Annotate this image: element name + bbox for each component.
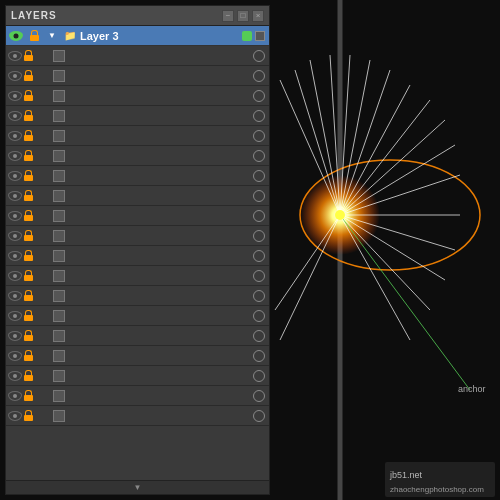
path-eye-icon[interactable] xyxy=(8,51,22,61)
path-row-icons xyxy=(8,390,68,402)
path-row[interactable] xyxy=(6,106,269,126)
path-checkbox[interactable] xyxy=(53,70,65,82)
path-eye-icon[interactable] xyxy=(8,351,22,361)
path-row[interactable] xyxy=(6,346,269,366)
path-eye-icon[interactable] xyxy=(8,171,22,181)
path-checkbox[interactable] xyxy=(53,90,65,102)
path-lock-icon xyxy=(24,130,34,142)
path-eye-icon[interactable] xyxy=(8,251,22,261)
path-checkbox[interactable] xyxy=(53,390,65,402)
path-row[interactable] xyxy=(6,286,269,306)
path-checkbox[interactable] xyxy=(53,210,65,222)
path-row-icons xyxy=(8,330,68,342)
path-row-icons xyxy=(8,310,68,322)
path-row[interactable] xyxy=(6,406,269,426)
path-checkbox[interactable] xyxy=(53,150,65,162)
path-checkbox[interactable] xyxy=(53,230,65,242)
path-checkbox[interactable] xyxy=(53,310,65,322)
path-visibility-circle[interactable] xyxy=(253,190,265,202)
path-visibility-circle[interactable] xyxy=(253,390,265,402)
path-eye-icon[interactable] xyxy=(8,91,22,101)
layer-options-indicator xyxy=(255,31,265,41)
path-row[interactable] xyxy=(6,46,269,66)
path-row[interactable] xyxy=(6,186,269,206)
layer-expand-icon[interactable]: ▼ xyxy=(44,28,60,44)
path-visibility-circle[interactable] xyxy=(253,170,265,182)
path-eye-icon[interactable] xyxy=(8,211,22,221)
path-lock-icon xyxy=(24,190,34,202)
path-checkbox[interactable] xyxy=(53,110,65,122)
path-row[interactable] xyxy=(6,246,269,266)
path-eye-icon[interactable] xyxy=(8,331,22,341)
path-eye-icon[interactable] xyxy=(8,151,22,161)
path-visibility-circle[interactable] xyxy=(253,210,265,222)
path-row-icons xyxy=(8,250,68,262)
main-container: anchor jb51.net zhaochengphotoshop.com L… xyxy=(0,0,500,500)
path-lock-icon xyxy=(24,410,34,422)
path-row[interactable] xyxy=(6,226,269,246)
path-eye-icon[interactable] xyxy=(8,291,22,301)
path-checkbox[interactable] xyxy=(53,130,65,142)
path-checkbox[interactable] xyxy=(53,410,65,422)
path-row-icons xyxy=(8,350,68,362)
path-row[interactable] xyxy=(6,146,269,166)
maximize-button[interactable]: □ xyxy=(237,10,249,22)
path-row[interactable] xyxy=(6,366,269,386)
path-row[interactable] xyxy=(6,386,269,406)
path-visibility-circle[interactable] xyxy=(253,90,265,102)
path-visibility-circle[interactable] xyxy=(253,130,265,142)
path-checkbox[interactable] xyxy=(53,50,65,62)
path-eye-icon[interactable] xyxy=(8,191,22,201)
path-row[interactable] xyxy=(6,86,269,106)
path-eye-icon[interactable] xyxy=(8,311,22,321)
path-row[interactable] xyxy=(6,326,269,346)
path-visibility-circle[interactable] xyxy=(253,270,265,282)
path-visibility-circle[interactable] xyxy=(253,50,265,62)
path-checkbox[interactable] xyxy=(53,170,65,182)
path-visibility-circle[interactable] xyxy=(253,350,265,362)
path-visibility-circle[interactable] xyxy=(253,370,265,382)
path-eye-icon[interactable] xyxy=(8,371,22,381)
path-eye-icon[interactable] xyxy=(8,231,22,241)
path-lock-icon xyxy=(24,250,34,262)
path-eye-icon[interactable] xyxy=(8,391,22,401)
path-visibility-circle[interactable] xyxy=(253,290,265,302)
path-eye-icon[interactable] xyxy=(8,411,22,421)
path-visibility-circle[interactable] xyxy=(253,410,265,422)
path-row[interactable] xyxy=(6,126,269,146)
path-row[interactable] xyxy=(6,206,269,226)
path-checkbox[interactable] xyxy=(53,250,65,262)
path-lock-icon xyxy=(24,290,34,302)
path-eye-icon[interactable] xyxy=(8,71,22,81)
close-button[interactable]: × xyxy=(252,10,264,22)
path-row-icons xyxy=(8,70,68,82)
layer-group-row[interactable]: ▼ 📁 Layer 3 xyxy=(6,26,269,46)
path-checkbox[interactable] xyxy=(53,290,65,302)
layer-eye-icon[interactable] xyxy=(8,28,24,44)
path-checkbox[interactable] xyxy=(53,350,65,362)
path-lock-icon xyxy=(24,210,34,222)
path-checkbox[interactable] xyxy=(53,270,65,282)
path-row[interactable] xyxy=(6,166,269,186)
svg-point-24 xyxy=(335,210,345,220)
path-eye-icon[interactable] xyxy=(8,131,22,141)
path-row[interactable] xyxy=(6,306,269,326)
path-visibility-circle[interactable] xyxy=(253,110,265,122)
path-visibility-circle[interactable] xyxy=(253,150,265,162)
path-visibility-circle[interactable] xyxy=(253,70,265,82)
path-checkbox[interactable] xyxy=(53,330,65,342)
path-eye-icon[interactable] xyxy=(8,111,22,121)
path-visibility-circle[interactable] xyxy=(253,250,265,262)
minimize-button[interactable]: − xyxy=(222,10,234,22)
path-visibility-circle[interactable] xyxy=(253,230,265,242)
path-checkbox[interactable] xyxy=(53,190,65,202)
path-visibility-circle[interactable] xyxy=(253,330,265,342)
panel-header: LAYERS − □ × xyxy=(6,6,269,26)
path-checkbox[interactable] xyxy=(53,370,65,382)
path-lock-icon xyxy=(24,50,34,62)
path-row[interactable] xyxy=(6,266,269,286)
path-row[interactable] xyxy=(6,66,269,86)
path-eye-icon[interactable] xyxy=(8,271,22,281)
path-visibility-circle[interactable] xyxy=(253,310,265,322)
scroll-down-button[interactable]: ▼ xyxy=(6,480,269,494)
